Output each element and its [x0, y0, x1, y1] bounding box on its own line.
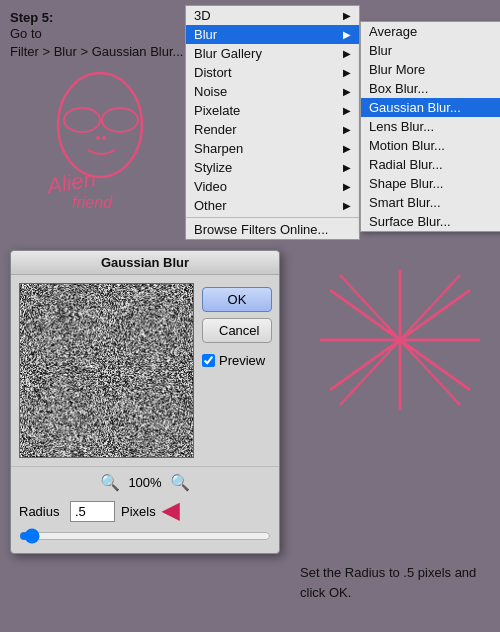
- menu-item-sharpen[interactable]: Sharpen ▶: [186, 139, 359, 158]
- cancel-button[interactable]: Cancel: [202, 318, 272, 343]
- submenu-item-blur-more[interactable]: Blur More: [361, 60, 500, 79]
- submenu-item-motion-blur[interactable]: Motion Blur...: [361, 136, 500, 155]
- submenu-item-box-blur[interactable]: Box Blur...: [361, 79, 500, 98]
- preview-canvas: [19, 283, 194, 458]
- dialog-content: OK Cancel Preview: [11, 275, 279, 466]
- filter-menu: 3D ▶ Blur ▶ Blur Gallery ▶ Distort ▶ Noi…: [185, 5, 495, 240]
- menu-item-stylize[interactable]: Stylize ▶: [186, 158, 359, 177]
- submenu-item-average[interactable]: Average: [361, 22, 500, 41]
- radius-slider[interactable]: [19, 528, 271, 544]
- preview-checkbox-row: Preview: [202, 353, 272, 368]
- radius-input[interactable]: [70, 501, 115, 522]
- svg-point-1: [64, 108, 100, 132]
- dialog-titlebar: Gaussian Blur: [11, 251, 279, 275]
- radius-row: Radius Pixels ◀: [19, 498, 271, 524]
- dialog-footer: 🔍 100% 🔍 Radius Pixels ◀: [11, 466, 279, 553]
- bottom-instruction: Set the Radius to .5 pixels and click OK…: [300, 563, 490, 602]
- menu-item-video[interactable]: Video ▶: [186, 177, 359, 196]
- submenu-item-blur[interactable]: Blur: [361, 41, 500, 60]
- menu-item-noise[interactable]: Noise ▶: [186, 82, 359, 101]
- arrow-indicator: ◀: [162, 498, 179, 524]
- submenu-item-shape-blur[interactable]: Shape Blur...: [361, 174, 500, 193]
- blur-submenu: Average Blur Blur More Box Blur... Gauss…: [360, 21, 500, 232]
- step-label: Step 5:: [10, 10, 190, 25]
- pixels-label: Pixels: [121, 504, 156, 519]
- ok-button[interactable]: OK: [202, 287, 272, 312]
- svg-point-2: [102, 108, 138, 132]
- menu-item-blur-gallery[interactable]: Blur Gallery ▶: [186, 44, 359, 63]
- menu-item-distort[interactable]: Distort ▶: [186, 63, 359, 82]
- zoom-row: 🔍 100% 🔍: [19, 473, 271, 492]
- dialog-buttons: OK Cancel Preview: [202, 283, 272, 458]
- radius-label: Radius: [19, 504, 64, 519]
- submenu-item-gaussian-blur[interactable]: Gaussian Blur...: [361, 98, 500, 117]
- svg-point-4: [102, 136, 106, 140]
- star-drawing: [310, 260, 490, 420]
- gaussian-blur-dialog: Gaussian Blur OK Cancel Preview 🔍 100% 🔍…: [10, 250, 280, 554]
- alien-drawing: Alien friend: [20, 70, 180, 210]
- noise-preview: [20, 284, 193, 457]
- submenu-item-radial-blur[interactable]: Radial Blur...: [361, 155, 500, 174]
- menu-main: 3D ▶ Blur ▶ Blur Gallery ▶ Distort ▶ Noi…: [185, 5, 360, 240]
- menu-divider: [186, 217, 359, 218]
- preview-checkbox[interactable]: [202, 354, 215, 367]
- menu-item-render[interactable]: Render ▶: [186, 120, 359, 139]
- preview-label: Preview: [219, 353, 265, 368]
- zoom-out-icon[interactable]: 🔍: [100, 473, 120, 492]
- submenu-item-smart-blur[interactable]: Smart Blur...: [361, 193, 500, 212]
- alien-svg: Alien friend: [20, 70, 180, 210]
- star-svg: [310, 260, 490, 420]
- svg-point-0: [58, 73, 142, 177]
- zoom-in-icon[interactable]: 🔍: [170, 473, 190, 492]
- instruction-text: Go to Filter > Blur > Gaussian Blur...: [10, 25, 190, 61]
- instruction-area: Step 5: Go to Filter > Blur > Gaussian B…: [10, 10, 190, 61]
- menu-item-3d[interactable]: 3D ▶: [186, 6, 359, 25]
- svg-point-3: [96, 136, 100, 140]
- menu-item-other[interactable]: Other ▶: [186, 196, 359, 215]
- submenu-item-lens-blur[interactable]: Lens Blur...: [361, 117, 500, 136]
- zoom-value: 100%: [128, 475, 161, 490]
- menu-item-browse[interactable]: Browse Filters Online...: [186, 220, 359, 239]
- svg-text:friend: friend: [72, 194, 113, 210]
- menu-item-pixelate[interactable]: Pixelate ▶: [186, 101, 359, 120]
- submenu-item-surface-blur[interactable]: Surface Blur...: [361, 212, 500, 231]
- menu-item-blur[interactable]: Blur ▶: [186, 25, 359, 44]
